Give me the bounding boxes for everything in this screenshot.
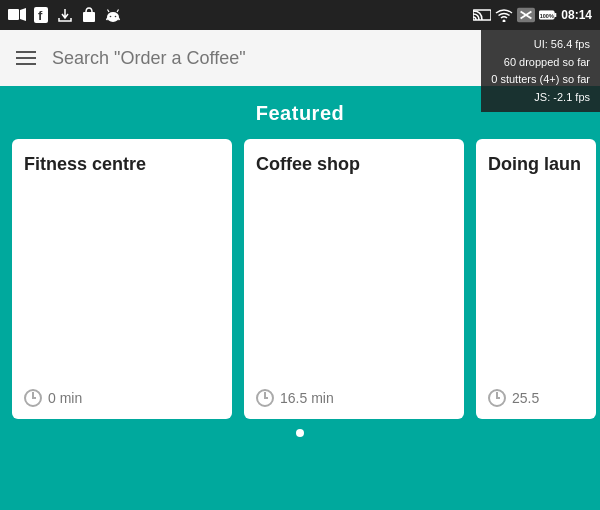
svg-rect-19 [555, 13, 557, 17]
svg-point-6 [110, 16, 112, 18]
status-bar: f [0, 0, 600, 30]
svg-line-11 [118, 18, 120, 21]
svg-marker-1 [20, 8, 26, 21]
cards-container: Fitness centre 0 min Coffee shop 16.5 mi… [0, 139, 600, 419]
svg-point-5 [107, 12, 119, 22]
card-footer-fitness: 0 min [24, 389, 220, 407]
svg-point-7 [115, 16, 117, 18]
time-display: 08:14 [561, 8, 592, 22]
download-icon [56, 6, 74, 24]
svg-rect-4 [83, 12, 95, 22]
perf-line3: 0 stutters (4+) so far [491, 71, 590, 89]
battery-icon: 100% [539, 6, 557, 24]
svg-text:f: f [38, 8, 43, 23]
android-icon [104, 6, 122, 24]
svg-text:100%: 100% [540, 13, 554, 19]
svg-line-10 [107, 18, 109, 21]
hamburger-line3 [16, 63, 36, 65]
signal-icon [517, 6, 535, 24]
video-icon [8, 6, 26, 24]
facebook-icon: f [32, 6, 50, 24]
card-doing-laundry[interactable]: Doing laun 25.5 [476, 139, 596, 419]
card-duration-laundry: 25.5 [512, 390, 539, 406]
card-coffee-shop[interactable]: Coffee shop 16.5 min [244, 139, 464, 419]
perf-overlay: UI: 56.4 fps 60 dropped so far 0 stutter… [481, 30, 600, 112]
card-title-fitness: Fitness centre [24, 153, 220, 176]
svg-line-9 [117, 10, 119, 13]
hamburger-menu-button[interactable] [16, 51, 36, 65]
clock-icon-coffee [256, 389, 274, 407]
main-content: Featured Fitness centre 0 min Coffee sho… [0, 86, 600, 510]
svg-rect-0 [8, 9, 19, 20]
card-footer-laundry: 25.5 [488, 389, 584, 407]
bottom-dots [0, 429, 600, 437]
shopping-bag-icon [80, 6, 98, 24]
wifi-icon [495, 6, 513, 24]
card-footer-coffee: 16.5 min [256, 389, 452, 407]
card-duration-fitness: 0 min [48, 390, 82, 406]
status-right: 100% 08:14 [473, 6, 592, 24]
clock-icon-fitness [24, 389, 42, 407]
card-fitness-centre[interactable]: Fitness centre 0 min [12, 139, 232, 419]
svg-point-13 [503, 20, 506, 23]
perf-line4: JS: -2.1 fps [491, 89, 590, 107]
cast-icon [473, 6, 491, 24]
status-icons-left: f [8, 6, 122, 24]
card-title-laundry: Doing laun [488, 153, 584, 176]
perf-line2: 60 dropped so far [491, 54, 590, 72]
hamburger-line1 [16, 51, 36, 53]
clock-icon-laundry [488, 389, 506, 407]
dot-active [296, 429, 304, 437]
svg-line-8 [108, 10, 110, 13]
card-duration-coffee: 16.5 min [280, 390, 334, 406]
perf-line1: UI: 56.4 fps [491, 36, 590, 54]
card-title-coffee: Coffee shop [256, 153, 452, 176]
hamburger-line2 [16, 57, 36, 59]
